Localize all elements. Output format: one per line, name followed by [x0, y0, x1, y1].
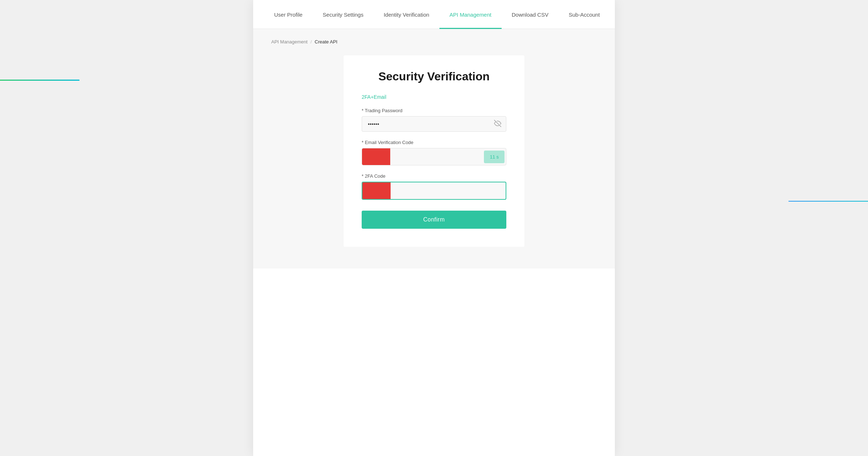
twofa-wrapper — [362, 182, 506, 200]
tab-download-csv[interactable]: Download CSV — [502, 0, 559, 29]
email-verification-group: * Email Verification Code 11 s — [362, 140, 506, 165]
auth-method-label: 2FA+Email — [362, 94, 506, 100]
confirm-button[interactable]: Confirm — [362, 211, 506, 229]
email-verification-label: * Email Verification Code — [362, 140, 506, 145]
tab-security-settings[interactable]: Security Settings — [312, 0, 374, 29]
breadcrumb-separator: / — [310, 39, 312, 45]
twofa-error-indicator — [362, 182, 391, 199]
twofa-input[interactable] — [391, 183, 506, 198]
page-title: Security Verification — [362, 70, 506, 83]
toggle-password-icon[interactable] — [494, 120, 501, 128]
breadcrumb-parent[interactable]: API Management — [271, 39, 307, 45]
content-area: API Management / Create API Security Ver… — [253, 29, 615, 269]
twofa-group: * 2FA Code — [362, 173, 506, 200]
main-container: User Profile Security Settings Identity … — [253, 0, 615, 456]
form-card: Security Verification 2FA+Email * Tradin… — [344, 55, 524, 247]
trading-password-group: * Trading Password — [362, 108, 506, 132]
countdown-button[interactable]: 11 s — [484, 151, 505, 163]
email-verification-row: 11 s — [362, 148, 506, 165]
tab-identity-verification[interactable]: Identity Verification — [374, 0, 439, 29]
email-error-indicator — [362, 148, 390, 165]
trading-password-input[interactable] — [362, 116, 506, 132]
tab-user-profile[interactable]: User Profile — [264, 0, 312, 29]
twofa-label: * 2FA Code — [362, 173, 506, 179]
email-verification-input[interactable] — [390, 149, 484, 164]
breadcrumb: API Management / Create API — [271, 39, 597, 45]
tab-api-management[interactable]: API Management — [439, 0, 502, 29]
breadcrumb-current: Create API — [315, 39, 337, 45]
trading-password-label: * Trading Password — [362, 108, 506, 113]
nav-tabs: User Profile Security Settings Identity … — [253, 0, 615, 29]
tab-sub-account[interactable]: Sub-Account — [558, 0, 610, 29]
trading-password-wrapper — [362, 116, 506, 132]
decorative-line-left — [0, 80, 80, 81]
decorative-line-right — [788, 201, 868, 202]
